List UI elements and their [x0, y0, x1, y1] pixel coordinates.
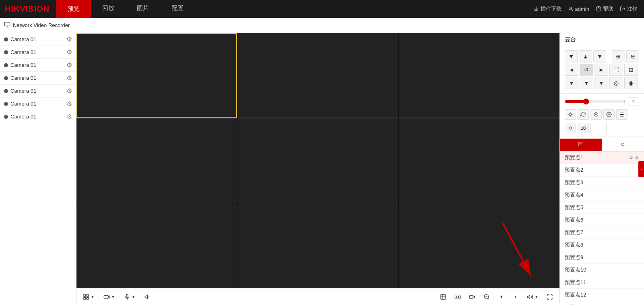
video-cell-7[interactable] — [76, 203, 237, 288]
ptz-dir-btn[interactable]: ▼ — [593, 50, 606, 62]
preset-item-6[interactable]: 预置点6 — [560, 214, 644, 226]
ptz-dir-btn[interactable]: ▼ — [580, 77, 593, 89]
preset-item-9[interactable]: 预置点9 — [560, 251, 644, 264]
preset-item-2[interactable]: 预置点2 — [560, 164, 644, 176]
ptz-dir-btn[interactable]: ⊕ — [612, 50, 625, 62]
screenshot-btn[interactable] — [452, 292, 463, 302]
nav-tab-playback[interactable]: 回放 — [91, 0, 126, 18]
ptz-dir-btn[interactable]: ⊞ — [624, 64, 638, 76]
ptz-dir-btn[interactable]: ⛶ — [609, 64, 623, 76]
cam-name: Camera 01 — [10, 114, 36, 120]
ptz-dir-btn[interactable]: ◎ — [609, 77, 623, 89]
ptz-dir-btn[interactable]: ⊖ — [626, 50, 639, 62]
ptz-dir-btn[interactable]: ▼ — [565, 50, 578, 62]
ptz-zoom-value[interactable] — [628, 97, 639, 106]
sidebar-item-cam1[interactable]: Camera 01 ⚙ — [0, 33, 76, 46]
svg-rect-2 — [4, 22, 10, 26]
sidebar-item-cam4[interactable]: Camera 01 ⚙ — [0, 72, 76, 85]
ptz-light2-btn[interactable] — [565, 123, 576, 133]
preset-tab-1[interactable]: 🚩 — [560, 139, 602, 151]
ptz-dir-btn[interactable]: ◉ — [624, 77, 638, 89]
cam-name: Camera 01 — [10, 62, 36, 68]
cam-settings-icon[interactable]: ⚙ — [66, 48, 72, 56]
next-btn[interactable] — [510, 292, 521, 302]
nav-tab-preview[interactable]: 预览 — [56, 0, 91, 18]
cam-settings-icon[interactable]: ⚙ — [66, 35, 72, 43]
nav-items: 预览 回放 图片 配置 — [56, 0, 195, 18]
ptz-zoom-slider[interactable] — [565, 98, 625, 105]
preset-item-5[interactable]: 预置点5 — [560, 201, 644, 214]
logout-link[interactable]: 注销 — [620, 5, 638, 12]
preset-name: 预置点6 — [565, 216, 583, 224]
sidebar-item-cam5[interactable]: Camera 01 ⚙ — [0, 85, 76, 98]
preset-item-11[interactable]: 预置点11 — [560, 276, 644, 289]
preset-item-7[interactable]: 预置点7 — [560, 226, 644, 239]
speaker-btn[interactable] — [142, 292, 153, 302]
preset-name: 预置点8 — [565, 241, 583, 249]
cam-settings-icon[interactable]: ⚙ — [66, 100, 72, 108]
record-btn[interactable] — [466, 292, 478, 302]
ptz-light-btn[interactable] — [565, 109, 576, 120]
stream-btn[interactable]: ▼ — [101, 292, 118, 302]
ptz-dir-btn[interactable]: ▼ — [594, 77, 608, 89]
ptz-refresh-btn[interactable] — [578, 109, 589, 120]
cam-settings-icon[interactable]: ⚙ — [66, 74, 72, 82]
sidebar-item-cam7[interactable]: Camera 01 ⚙ — [0, 110, 76, 123]
nav-tab-picture[interactable]: 图片 — [126, 0, 160, 18]
video-cell-2[interactable] — [237, 33, 398, 118]
preset-item-1[interactable]: 预置点1 ↺ ⚙ — [560, 151, 644, 164]
preset-item-4[interactable]: 预置点4 — [560, 189, 644, 201]
preset-tab-2[interactable]: ↺ — [602, 139, 644, 151]
nav-tab-config[interactable]: 配置 — [160, 0, 195, 18]
mic-btn-arrow: ▼ — [132, 295, 136, 299]
sidebar-item-cam6[interactable]: Camera 01 ⚙ — [0, 98, 76, 110]
ptz-num-btn[interactable]: 10 — [578, 123, 589, 133]
ptz-config-btn[interactable] — [603, 109, 615, 120]
preset-item-12[interactable]: 预置点12 — [560, 289, 644, 301]
cam-settings-icon[interactable]: ⚙ — [66, 87, 72, 95]
ptz-focus-btn[interactable] — [590, 109, 602, 120]
preset-name: 预置点2 — [565, 166, 583, 174]
admin-user[interactable]: admin — [568, 6, 589, 12]
video-cell-8[interactable] — [237, 203, 398, 288]
plugin-download[interactable]: 插件下载 — [533, 5, 561, 12]
prev-btn[interactable] — [495, 292, 507, 302]
zoom-out-btn[interactable] — [481, 292, 492, 302]
ptz-input[interactable] — [590, 123, 607, 133]
video-cell-3[interactable] — [399, 33, 559, 118]
preset-item-13[interactable]: 预置点13 — [560, 301, 644, 305]
ptz-dir-btn[interactable]: ▲ — [579, 50, 592, 62]
preset-item-10[interactable]: 预置点10 — [560, 264, 644, 276]
bottom-toolbar: ▼ ▼ ▼ — [76, 288, 559, 305]
video-cell-6[interactable] — [399, 118, 559, 203]
ptz-menu-btn[interactable]: ☰ — [616, 109, 627, 120]
video-cell-1[interactable] — [76, 33, 237, 118]
preset-item-3[interactable]: 预置点3 — [560, 176, 644, 189]
preset-name: 预置点7 — [565, 229, 583, 236]
admin-label: admin — [575, 6, 589, 12]
grid-layout-btn[interactable]: ▼ — [80, 292, 97, 302]
collapse-panel-btn[interactable]: › — [638, 161, 644, 177]
ptz-dir-btn[interactable]: ▼ — [565, 77, 578, 89]
preset-settings-btn-1[interactable]: ⚙ — [635, 155, 639, 160]
preset-list: 预置点1 ↺ ⚙ 预置点2 预置点3 预置点4 预置点5 预置点6 — [560, 151, 644, 305]
second-row: Network Video Recorder — [0, 18, 644, 33]
preset-item-8[interactable]: 预置点8 — [560, 239, 644, 251]
video-cell-4[interactable] — [76, 118, 237, 203]
mic-btn[interactable]: ▼ — [122, 292, 138, 302]
ptz-dir-btn[interactable]: ↺ — [580, 64, 593, 76]
ptz-dir-btn[interactable]: ► — [594, 64, 608, 76]
cam-settings-icon[interactable]: ⚙ — [66, 61, 72, 69]
video-cell-5[interactable] — [237, 118, 398, 203]
video-cell-9[interactable] — [399, 203, 559, 288]
sidebar-item-cam3[interactable]: Camera 01 ⚙ — [0, 59, 76, 72]
clip-btn[interactable] — [438, 292, 449, 302]
help-link[interactable]: 帮助 — [596, 5, 613, 12]
fullscreen-btn[interactable] — [544, 292, 555, 302]
cam-settings-icon[interactable]: ⚙ — [66, 113, 72, 120]
volume-btn[interactable]: ▼ — [524, 292, 541, 302]
preset-play-btn-1[interactable]: ↺ — [629, 155, 633, 160]
ptz-zoom-row — [560, 95, 644, 108]
ptz-dir-btn[interactable]: ◄ — [565, 64, 578, 76]
sidebar-item-cam2[interactable]: Camera 01 ⚙ — [0, 46, 76, 59]
